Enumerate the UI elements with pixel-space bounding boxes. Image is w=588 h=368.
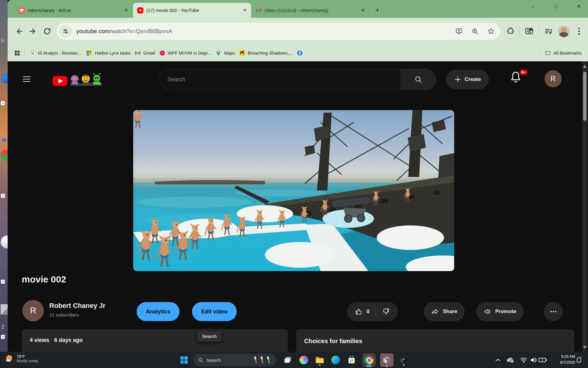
tab-close-icon[interactable]: ✕ — [242, 8, 247, 13]
choices-for-families-card[interactable]: Choices for families — [296, 329, 574, 352]
chrome-button-active[interactable] — [362, 353, 376, 367]
taskbar-clock[interactable]: 9:25 AM 8/7/2025 — [560, 354, 575, 366]
volume-icon — [530, 357, 537, 363]
share-button[interactable]: Share — [424, 302, 465, 321]
bookmark-maps[interactable]: Maps — [215, 50, 235, 56]
promote-button[interactable]: Promote — [476, 302, 524, 321]
zoom-in-icon[interactable] — [471, 27, 479, 35]
forward-icon[interactable] — [28, 27, 38, 36]
guide-hamburger-icon[interactable] — [20, 72, 33, 86]
shortcut-arrow-icon: ↗ — [1, 194, 5, 198]
new-tab-button[interactable]: + — [373, 6, 382, 15]
bookmark-breaching-shadows[interactable]: Breaching-Shadows,... — [239, 50, 292, 56]
promote-megaphone-icon — [484, 308, 492, 316]
address-bar[interactable]: youtube.com/watch?v=QxrvB6BpvvA — [57, 23, 500, 40]
tab-close-icon[interactable]: ✕ — [123, 8, 129, 13]
share-icon — [431, 308, 439, 316]
search-tabs-icon[interactable] — [525, 27, 534, 36]
file-explorer-button[interactable] — [314, 355, 325, 366]
media-queue-icon[interactable] — [544, 27, 553, 36]
taskbar-search[interactable]: Search — [194, 354, 276, 366]
onedrive-tray-icon[interactable] — [505, 355, 516, 366]
notification-center-button[interactable]: zz — [573, 355, 584, 366]
channel-avatar[interactable]: R — [22, 300, 44, 321]
notifications-button[interactable]: 9+ — [509, 71, 525, 86]
desktop-shortcut-icon[interactable] — [1, 73, 8, 83]
store-button[interactable] — [346, 355, 357, 366]
browser-profile-avatar[interactable] — [558, 25, 570, 37]
apps-grid-icon[interactable] — [14, 50, 21, 56]
video-title: movie 002 — [22, 274, 66, 285]
desktop-shortcut-icon[interactable] — [1, 150, 8, 161]
bookmark-gmail[interactable]: Gmail — [135, 50, 155, 56]
thumb-down-icon[interactable] — [382, 308, 390, 316]
copilot-button[interactable] — [298, 355, 309, 366]
maximize-button[interactable]: ▢ — [551, 1, 561, 12]
shortcut-arrow-icon: ↗ — [1, 280, 5, 284]
ellipsis-icon — [549, 308, 557, 316]
thumb-up-icon[interactable] — [355, 308, 363, 316]
bookmark-is-analyst[interactable]: W IS Analyst - Researc... — [29, 50, 82, 56]
desktop-shortcut-icon[interactable] — [1, 236, 8, 248]
desktop-icon-fragment — [2, 139, 7, 142]
wifi-tray-icon[interactable] — [518, 355, 529, 366]
page-scrollbar[interactable] — [582, 61, 587, 352]
windows-taskbar: 79°F Mostly sunny Search — [0, 352, 588, 368]
view-count: 4 views — [30, 337, 49, 343]
edit-video-button[interactable]: Edit video — [192, 302, 237, 321]
scroll-up-icon[interactable] — [583, 65, 587, 68]
unity-hub-button[interactable] — [380, 353, 394, 367]
back-icon[interactable] — [14, 27, 24, 36]
bookmark-star-icon[interactable] — [487, 27, 495, 35]
screen: R ↗ ↗ ↗ 2 ↗ robertchaney - itch.io ✕ — [0, 0, 588, 368]
all-bookmarks[interactable]: All Bookmarks — [545, 50, 582, 56]
task-view-button[interactable] — [282, 355, 293, 366]
video-player[interactable] — [133, 110, 454, 271]
search-input[interactable] — [159, 69, 401, 90]
start-button[interactable] — [179, 355, 190, 366]
bookmark-facebook[interactable] — [297, 50, 303, 56]
bookmarks-bar: W IS Analyst - Researc... Harbor Lynx ta… — [8, 45, 588, 61]
tab-gmail[interactable]: Inbox (113,513) - robertchaneyj ✕ — [251, 3, 369, 18]
battery-tray-icon[interactable] — [537, 355, 548, 366]
weather-sun-cloud-icon — [4, 354, 14, 363]
minimize-button[interactable]: – — [528, 1, 538, 12]
microsoft-squares-icon — [86, 50, 92, 56]
more-actions-button[interactable] — [544, 302, 563, 321]
unity-editor-button[interactable] — [398, 355, 409, 366]
extensions-icon[interactable] — [505, 27, 514, 36]
analytics-button[interactable]: Analytics — [137, 302, 179, 321]
like-dislike-group: 0 — [347, 302, 398, 321]
youtube-logo[interactable] — [52, 73, 103, 86]
tab-close-icon[interactable]: ✕ — [360, 8, 366, 13]
tab-itchio[interactable]: robertchaney - itch.io ✕ — [14, 3, 133, 18]
running-indicator — [319, 364, 321, 366]
search-button[interactable] — [401, 69, 436, 90]
bookmark-label: Harbor Lynx tasks — [95, 51, 130, 56]
weather-widget[interactable]: 79°F Mostly sunny — [4, 354, 38, 363]
edge-button[interactable] — [330, 355, 341, 366]
desktop-shortcut-icon[interactable] — [1, 304, 8, 315]
scroll-down-icon[interactable] — [583, 346, 587, 349]
account-avatar[interactable]: R — [545, 70, 562, 87]
bookmark-harbor-lynx[interactable]: Harbor Lynx tasks — [86, 50, 130, 56]
scrollbar-thumb[interactable] — [583, 72, 586, 121]
channel-name[interactable]: Robert Chaney Jr — [49, 302, 105, 310]
research-w-icon: W — [29, 50, 36, 56]
desktop-wallpaper: R ↗ ↗ ↗ 2 ↗ — [0, 0, 8, 352]
reload-icon[interactable] — [43, 27, 52, 36]
create-button[interactable]: Create — [446, 70, 489, 89]
bookmark-wpf-mvvm[interactable]: WPF MVVM in Dept... — [159, 50, 211, 56]
description-box[interactable]: 4 views 6 days ago — [22, 329, 288, 352]
url-text[interactable]: youtube.com/watch?v=QxrvB6BpvvA — [76, 28, 451, 35]
browser-menu-kebab-icon[interactable] — [575, 27, 584, 36]
unity-hub-icon — [383, 356, 391, 364]
tray-overflow-button[interactable] — [492, 355, 503, 366]
tab-youtube-active[interactable]: (17) movie 002 - YouTube ✕ — [133, 3, 251, 18]
windows-icon — [180, 356, 188, 364]
channel-subscribers: 21 subscribers — [49, 312, 79, 317]
close-button[interactable]: ✕ — [574, 1, 584, 12]
install-app-icon[interactable] — [455, 27, 463, 35]
paintbrushes-icon — [253, 356, 272, 364]
site-settings-icon[interactable] — [59, 25, 72, 38]
